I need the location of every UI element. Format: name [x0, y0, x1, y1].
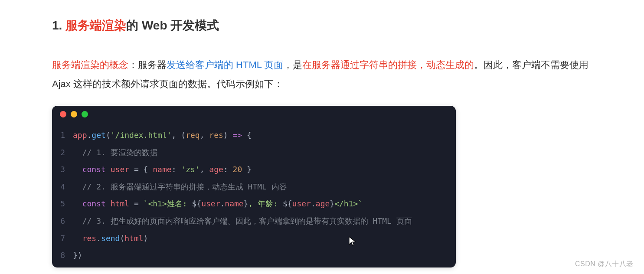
- concept-term: 服务端渲染的概念: [52, 59, 128, 70]
- code-line: 5 const html = `<h1>姓名: ${user.name}, 年龄…: [52, 195, 456, 212]
- code-body: 1app.get('/index.html', (req, res) => {2…: [52, 122, 456, 267]
- para-red: 在服务器通过字符串的拼接，动态生成的: [302, 59, 474, 70]
- code-line: 4 // 2. 服务器端通过字符串的拼接，动态生成 HTML 内容: [52, 178, 456, 196]
- code-content: const user = { name: 'zs', age: 20 }: [73, 161, 252, 178]
- para-blue: 发送给客户端的 HTML 页面: [167, 59, 283, 70]
- maximize-icon: [82, 111, 88, 117]
- code-line: 6 // 3. 把生成好的页面内容响应给客户端。因此，客户端拿到的是带有真实数据…: [52, 212, 456, 230]
- line-number: 1: [52, 127, 73, 144]
- code-line: 2 // 1. 要渲染的数据: [52, 144, 456, 161]
- code-content: // 2. 服务器端通过字符串的拼接，动态生成 HTML 内容: [73, 178, 287, 196]
- close-icon: [60, 111, 66, 117]
- heading-suffix: 的 Web 开发模式: [126, 19, 219, 32]
- code-content: app.get('/index.html', (req, res) => {: [73, 127, 252, 144]
- line-number: 8: [52, 247, 73, 264]
- line-number: 6: [52, 212, 73, 230]
- minimize-icon: [71, 111, 77, 117]
- code-line: 3 const user = { name: 'zs', age: 20 }: [52, 161, 456, 178]
- code-content: // 1. 要渲染的数据: [73, 144, 157, 161]
- line-number: 2: [52, 144, 73, 161]
- code-window: 1app.get('/index.html', (req, res) => {2…: [52, 106, 456, 267]
- code-content: // 3. 把生成好的页面内容响应给客户端。因此，客户端拿到的是带有真实数据的 …: [73, 212, 412, 230]
- heading-highlight: 服务端渲染: [65, 19, 126, 32]
- code-content: const html = `<h1>姓名: ${user.name}, 年龄: …: [73, 195, 363, 212]
- line-number: 3: [52, 161, 73, 178]
- window-titlebar: [52, 106, 456, 122]
- line-number: 4: [52, 178, 73, 196]
- code-content: }): [73, 247, 82, 264]
- section-heading: 1. 服务端渲染的 Web 开发模式: [52, 17, 592, 34]
- code-line: 1app.get('/index.html', (req, res) => {: [52, 127, 456, 144]
- para-text: ，是: [283, 59, 302, 70]
- para-text: ：服务器: [128, 59, 167, 70]
- article-container: 1. 服务端渲染的 Web 开发模式 服务端渲染的概念：服务器发送给客户端的 H…: [0, 0, 644, 267]
- watermark: CSDN @八十八老: [575, 260, 634, 269]
- line-number: 5: [52, 195, 73, 212]
- intro-paragraph: 服务端渲染的概念：服务器发送给客户端的 HTML 页面，是在服务器通过字符串的拼…: [52, 55, 592, 94]
- code-line: 7 res.send(html): [52, 230, 456, 247]
- code-content: res.send(html): [73, 230, 148, 247]
- heading-prefix: 1.: [52, 19, 65, 32]
- line-number: 7: [52, 230, 73, 247]
- code-line: 8}): [52, 247, 456, 264]
